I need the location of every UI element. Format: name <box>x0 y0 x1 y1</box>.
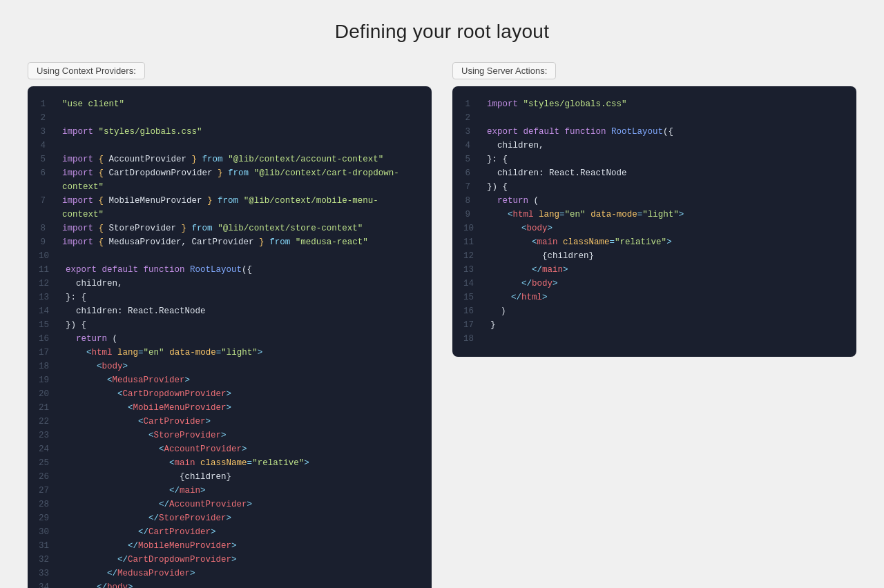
table-row: 8 return ( <box>452 194 856 208</box>
right-code-table: 1import "styles/globals.css" 2 3export d… <box>452 97 856 346</box>
table-row: 20 <CartDropdownProvider> <box>28 387 432 401</box>
table-row: 12 {children} <box>452 249 856 263</box>
table-row: 18 <body> <box>28 360 432 373</box>
table-row: 10 <box>28 249 432 263</box>
table-row: 34 </body> <box>28 580 432 588</box>
table-row: 24 <AccountProvider> <box>28 442 432 456</box>
table-row: 5}: { <box>452 153 856 166</box>
table-row: 11export default function RootLayout({ <box>28 263 432 277</box>
table-row: 33 </MedusaProvider> <box>28 567 432 580</box>
table-row: 23 <StoreProvider> <box>28 429 432 442</box>
table-row: 16 return ( <box>28 332 432 346</box>
table-row: 32 </CartDropdownProvider> <box>28 553 432 567</box>
left-panel-label: Using Context Providers: <box>28 62 145 79</box>
table-row: 3import "styles/globals.css" <box>28 125 432 139</box>
left-code-table: 1"use client" 2 3import "styles/globals.… <box>28 97 432 588</box>
table-row: 15}) { <box>28 318 432 332</box>
table-row: 9import { MedusaProvider, CartProvider }… <box>28 235 432 249</box>
table-row: 2 <box>452 111 856 125</box>
table-row: 26 {children} <box>28 470 432 484</box>
table-row: 1import "styles/globals.css" <box>452 97 856 111</box>
right-code-block: 1import "styles/globals.css" 2 3export d… <box>452 86 856 357</box>
table-row: 6 children: React.ReactNode <box>452 166 856 180</box>
table-row: 13 </main> <box>452 263 856 277</box>
left-column: Using Context Providers: 1"use client" 2… <box>28 62 432 588</box>
table-row: 14 </body> <box>452 277 856 291</box>
table-row: 4 <box>28 139 432 153</box>
table-row: context" <box>28 180 432 194</box>
table-row: 16 ) <box>452 304 856 318</box>
table-row: 7}) { <box>452 180 856 194</box>
table-row: 19 <MedusaProvider> <box>28 373 432 387</box>
table-row: 17 <html lang="en" data-mode="light"> <box>28 346 432 360</box>
table-row: 25 <main className="relative"> <box>28 456 432 470</box>
table-row: 2 <box>28 111 432 125</box>
table-row: 30 </CartProvider> <box>28 525 432 539</box>
table-row: 14 children: React.ReactNode <box>28 304 432 318</box>
right-panel-label: Using Server Actions: <box>452 62 556 79</box>
table-row: 22 <CartProvider> <box>28 415 432 429</box>
right-column: Using Server Actions: 1import "styles/gl… <box>452 62 856 357</box>
table-row: 15 </html> <box>452 291 856 304</box>
table-row: 18 <box>452 332 856 346</box>
table-row: 9 <html lang="en" data-mode="light"> <box>452 208 856 222</box>
table-row: 1"use client" <box>28 97 432 111</box>
table-row: 3export default function RootLayout({ <box>452 125 856 139</box>
table-row: 8import { StoreProvider } from "@lib/con… <box>28 222 432 235</box>
table-row: 13}: { <box>28 291 432 304</box>
table-row: 17} <box>452 318 856 332</box>
columns-container: Using Context Providers: 1"use client" 2… <box>28 62 856 588</box>
table-row: 4 children, <box>452 139 856 153</box>
table-row: 28 </AccountProvider> <box>28 498 432 511</box>
table-row: context" <box>28 208 432 222</box>
table-row: 5import { AccountProvider } from "@lib/c… <box>28 153 432 166</box>
table-row: 27 </main> <box>28 484 432 498</box>
table-row: 12 children, <box>28 277 432 291</box>
table-row: 10 <body> <box>452 222 856 235</box>
table-row: 31 </MobileMenuProvider> <box>28 539 432 553</box>
table-row: 7import { MobileMenuProvider } from "@li… <box>28 194 432 208</box>
left-code-block: 1"use client" 2 3import "styles/globals.… <box>28 86 432 588</box>
table-row: 29 </StoreProvider> <box>28 511 432 525</box>
table-row: 11 <main className="relative"> <box>452 235 856 249</box>
table-row: 6import { CartDropdownProvider } from "@… <box>28 166 432 180</box>
page-title: Defining your root layout <box>335 21 550 43</box>
table-row: 21 <MobileMenuProvider> <box>28 401 432 415</box>
